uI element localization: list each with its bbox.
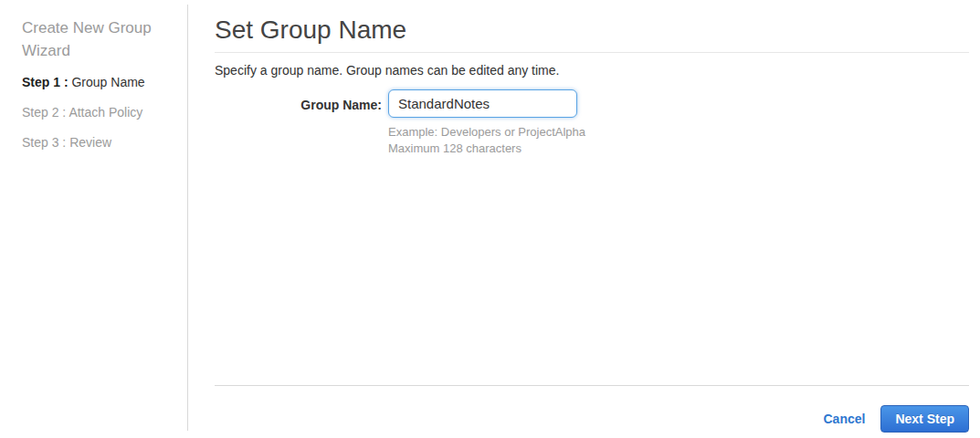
step-2-attach-policy: Step 2 : Attach Policy	[22, 106, 145, 119]
step-3-review: Step 3 : Review	[22, 136, 145, 149]
step-3-label: Review	[69, 135, 111, 150]
group-name-label: Group Name:	[215, 89, 382, 112]
footer-divider	[215, 385, 969, 386]
step-2-label: Attach Policy	[68, 105, 142, 120]
wizard-title: Create New Group Wizard	[22, 16, 168, 62]
cancel-button[interactable]: Cancel	[824, 412, 866, 426]
page-description: Specify a group name. Group names can be…	[215, 63, 969, 78]
step-1-label: Group Name	[71, 75, 144, 89]
group-name-form-row: Group Name: Example: Developers or Proje…	[215, 89, 969, 157]
step-1-prefix: Step 1 :	[22, 75, 68, 89]
wizard-steps: Step 1 : Group Name Step 2 : Attach Poli…	[22, 76, 145, 166]
title-divider	[215, 52, 969, 53]
group-name-hint-example: Example: Developers or ProjectAlpha	[388, 124, 585, 141]
page-title: Set Group Name	[215, 16, 969, 45]
step-3-prefix: Step 3 :	[22, 135, 66, 150]
group-name-field-column: Example: Developers or ProjectAlpha Maxi…	[388, 89, 585, 157]
step-1-group-name: Step 1 : Group Name	[22, 76, 145, 89]
footer-actions: Cancel Next Step	[824, 405, 970, 433]
group-name-input[interactable]	[388, 89, 577, 118]
main-panel: Set Group Name Specify a group name. Gro…	[215, 0, 969, 438]
step-2-prefix: Step 2 :	[22, 105, 66, 120]
wizard-sidebar: Create New Group Wizard Step 1 : Group N…	[0, 5, 188, 431]
next-step-button[interactable]: Next Step	[880, 405, 969, 433]
group-name-hints: Example: Developers or ProjectAlpha Maxi…	[388, 124, 585, 157]
group-name-hint-maxlength: Maximum 128 characters	[388, 141, 585, 157]
